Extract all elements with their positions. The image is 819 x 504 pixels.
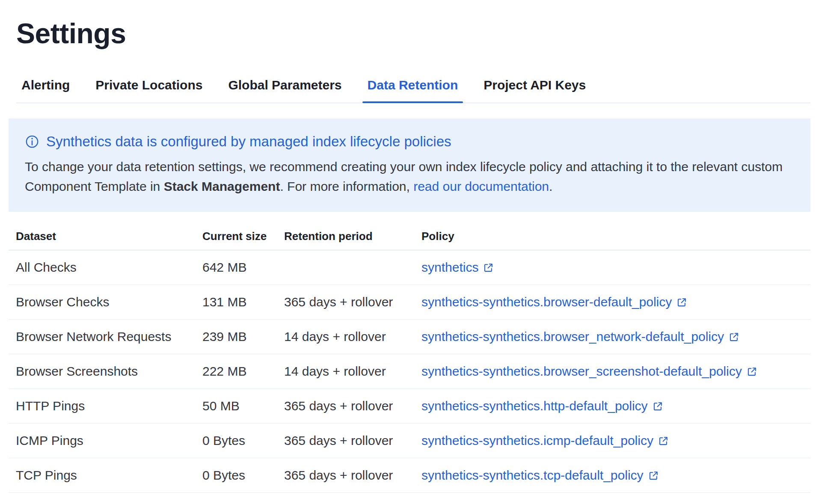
policy-cell: synthetics-synthetics.tcp-default_policy (421, 468, 810, 483)
dataset-cell: Browser Checks (9, 295, 202, 309)
policy-link-label: synthetics-synthetics.browser-default_po… (421, 295, 672, 309)
policy-cell: synthetics (421, 260, 810, 275)
table-row: All Checks 642 MB synthetics (9, 250, 810, 285)
policy-link[interactable]: synthetics-synthetics.browser-default_po… (421, 295, 687, 309)
external-link-icon (483, 262, 494, 273)
dataset-cell: Browser Screenshots (9, 364, 202, 379)
retention-table: Dataset Current size Retention period Po… (9, 223, 810, 493)
dataset-cell: All Checks (9, 260, 202, 275)
retention-cell: 14 days + rollover (284, 364, 421, 379)
size-cell: 222 MB (202, 364, 284, 379)
policy-link-label: synthetics-synthetics.browser_network-de… (421, 329, 724, 344)
policy-link[interactable]: synthetics-synthetics.http-default_polic… (421, 399, 663, 413)
callout-header: Synthetics data is configured by managed… (25, 133, 794, 150)
table-header-row: Dataset Current size Retention period Po… (9, 223, 810, 250)
settings-page: Settings Alerting Private Locations Glob… (0, 17, 819, 493)
size-cell: 131 MB (202, 295, 284, 309)
tab-project-api-keys[interactable]: Project API Keys (478, 78, 591, 103)
callout-body-text: . (549, 179, 552, 193)
retention-cell: 365 days + rollover (284, 468, 421, 483)
policy-cell: synthetics-synthetics.icmp-default_polic… (421, 433, 810, 448)
policy-link[interactable]: synthetics-synthetics.icmp-default_polic… (421, 433, 669, 448)
column-header-current-size: Current size (202, 230, 284, 243)
external-link-icon (728, 332, 739, 343)
external-link-icon (648, 470, 659, 481)
retention-cell: 365 days + rollover (284, 433, 421, 448)
callout-body: To change your data retention settings, … (25, 157, 791, 196)
policy-cell: synthetics-synthetics.browser_network-de… (421, 329, 810, 344)
info-icon (25, 134, 39, 149)
callout-title: Synthetics data is configured by managed… (46, 133, 451, 150)
size-cell: 0 Bytes (202, 433, 284, 448)
retention-cell: 365 days + rollover (284, 399, 421, 413)
column-header-retention-period: Retention period (284, 230, 421, 243)
policy-link-label: synthetics-synthetics.icmp-default_polic… (421, 433, 653, 448)
external-link-icon (676, 297, 687, 308)
policy-link-label: synthetics-synthetics.tcp-default_policy (421, 468, 644, 483)
table-row: TCP Pings 0 Bytes 365 days + rollover sy… (9, 458, 810, 493)
external-link-icon (658, 436, 669, 447)
callout-body-text: . For more information, (280, 179, 413, 193)
dataset-cell: HTTP Pings (9, 399, 202, 413)
policy-link-label: synthetics-synthetics.http-default_polic… (421, 399, 648, 413)
policy-cell: synthetics-synthetics.browser-default_po… (421, 295, 810, 309)
tab-global-parameters[interactable]: Global Parameters (223, 78, 347, 103)
page-title: Settings (16, 17, 810, 50)
policy-cell: synthetics-synthetics.http-default_polic… (421, 399, 810, 413)
external-link-icon (746, 366, 757, 377)
documentation-link[interactable]: read our documentation (413, 179, 549, 193)
policy-link[interactable]: synthetics-synthetics.browser_screenshot… (421, 364, 757, 379)
table-row: HTTP Pings 50 MB 365 days + rollover syn… (9, 389, 810, 424)
dataset-cell: Browser Network Requests (9, 329, 202, 344)
policy-link[interactable]: synthetics-synthetics.tcp-default_policy (421, 468, 659, 483)
policy-link-label: synthetics-synthetics.browser_screenshot… (421, 364, 742, 379)
dataset-cell: ICMP Pings (9, 433, 202, 448)
ilm-policies-callout: Synthetics data is configured by managed… (9, 119, 810, 212)
size-cell: 50 MB (202, 399, 284, 413)
policy-cell: synthetics-synthetics.browser_screenshot… (421, 364, 810, 379)
tab-data-retention[interactable]: Data Retention (362, 78, 463, 103)
column-header-policy: Policy (421, 230, 810, 243)
dataset-cell: TCP Pings (9, 468, 202, 483)
tab-private-locations[interactable]: Private Locations (90, 78, 208, 103)
policy-link-label: synthetics (421, 260, 478, 275)
table-row: Browser Checks 131 MB 365 days + rollove… (9, 285, 810, 320)
size-cell: 239 MB (202, 329, 284, 344)
retention-cell: 365 days + rollover (284, 295, 421, 309)
table-row: ICMP Pings 0 Bytes 365 days + rollover s… (9, 424, 810, 458)
size-cell: 642 MB (202, 260, 284, 275)
retention-cell: 14 days + rollover (284, 329, 421, 344)
tabs-bar: Alerting Private Locations Global Parame… (16, 78, 810, 103)
tab-alerting[interactable]: Alerting (16, 78, 75, 103)
policy-link[interactable]: synthetics (421, 260, 494, 275)
size-cell: 0 Bytes (202, 468, 284, 483)
column-header-dataset: Dataset (9, 230, 202, 243)
policy-link[interactable]: synthetics-synthetics.browser_network-de… (421, 329, 739, 344)
external-link-icon (652, 401, 663, 412)
table-row: Browser Network Requests 239 MB 14 days … (9, 320, 810, 354)
table-row: Browser Screenshots 222 MB 14 days + rol… (9, 354, 810, 389)
callout-body-bold: Stack Management (164, 179, 280, 193)
